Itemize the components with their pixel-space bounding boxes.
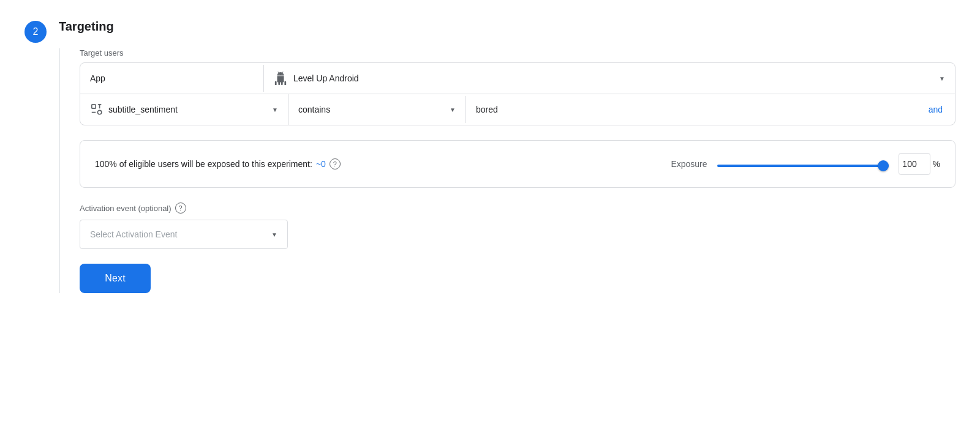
filter-field-arrow: ▼ [272,106,278,113]
exposure-user-count[interactable]: ~0 [316,159,326,169]
exposure-prefix: 100% of eligible users will be exposed t… [95,159,312,169]
android-icon [274,72,287,85]
svg-point-1 [97,110,101,114]
target-users-section: Target users App [80,48,956,125]
filter-field-left: subtitle_sentiment [90,103,178,116]
activation-label-row: Activation event (optional) ? [80,203,956,214]
activation-label: Activation event (optional) [80,204,172,213]
exposure-card: 100% of eligible users will be exposed t… [80,140,956,188]
targeting-table: App Level Up Android ▼ [80,62,956,125]
operator-value: contains [298,105,330,114]
app-select-cell[interactable]: Level Up Android ▼ [264,63,955,94]
activation-placeholder: Select Activation Event [90,229,177,239]
and-link[interactable]: and [929,105,945,114]
content-area: Targeting Target users App [59,20,956,293]
app-dropdown-arrow: ▼ [939,75,945,82]
left-border-section: Target users App [59,48,956,293]
filter-row: subtitle_sentiment ▼ contains ▼ bored an… [80,94,955,125]
percent-symbol: % [933,159,940,169]
condition-value-cell: bored and [466,96,955,123]
filter-field-cell[interactable]: subtitle_sentiment ▼ [80,94,288,125]
exposure-description: 100% of eligible users will be exposed t… [95,158,341,169]
target-users-label: Target users [80,48,956,58]
app-label-cell: App [80,65,264,92]
svg-rect-0 [92,105,96,108]
filter-field-value: subtitle_sentiment [108,105,178,114]
page-container: 2 Targeting Target users App [0,0,980,313]
exposure-input-container: % [899,153,940,175]
app-select-text: Level Up Android [293,73,359,83]
exposure-help-icon[interactable]: ? [330,158,341,169]
app-label: App [90,73,105,83]
operator-arrow: ▼ [450,106,456,113]
exposure-controls: Exposure % [671,153,940,175]
exposure-label: Exposure [671,159,707,169]
app-select-value: Level Up Android [274,72,934,85]
activation-section: Activation event (optional) ? Select Act… [80,203,956,249]
exposure-slider[interactable] [717,165,889,167]
step-badge: 2 [24,21,47,43]
activation-help-icon[interactable]: ? [175,203,186,214]
condition-value: bored [476,105,498,114]
next-button[interactable]: Next [80,264,151,293]
step-number: 2 [33,26,39,37]
page-title: Targeting [59,20,956,34]
app-row: App Level Up Android ▼ [80,63,955,94]
activation-dropdown-arrow: ▼ [271,231,277,238]
activation-dropdown[interactable]: Select Activation Event ▼ [80,220,288,249]
exposure-input[interactable] [899,153,930,175]
attribute-icon [90,103,104,116]
slider-container [717,159,889,169]
operator-cell[interactable]: contains ▼ [288,96,466,123]
